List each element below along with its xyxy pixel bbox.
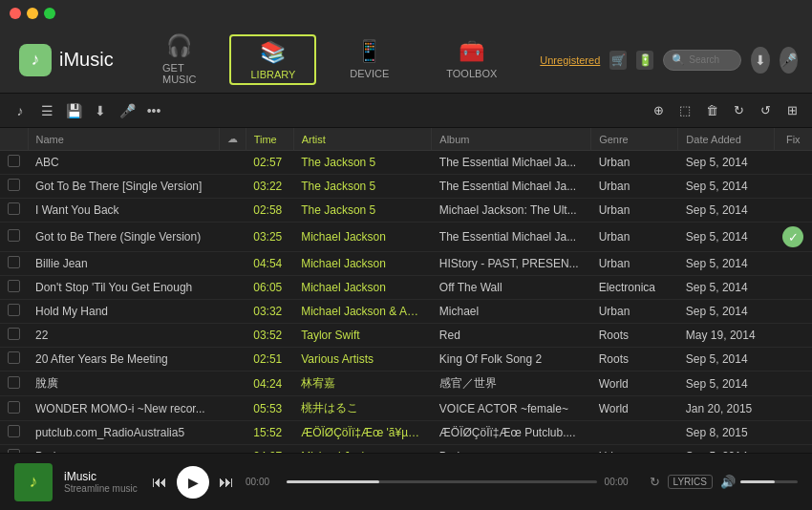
col-time-header[interactable]: Time xyxy=(246,128,293,151)
tab-toolbox[interactable]: 🧰 TOOLBOX xyxy=(417,27,525,93)
more-icon[interactable]: ••• xyxy=(143,100,164,121)
player-music-icon: ♪ xyxy=(30,472,38,492)
next-button[interactable]: ⏭ xyxy=(219,474,234,491)
row-fix-8[interactable] xyxy=(774,348,812,372)
import-icon[interactable]: ⬇ xyxy=(90,100,111,121)
row-date-10: Jan 20, 2015 xyxy=(678,396,774,421)
tab-device[interactable]: 📱 DEVICE xyxy=(321,27,417,93)
tab-library[interactable]: 📚 LIBRARY xyxy=(229,34,316,85)
row-date-5: Sep 5, 2014 xyxy=(678,276,774,300)
row-check-3[interactable] xyxy=(0,223,28,252)
toolbar-right: ⊕ ⬚ 🗑 ↻ ↺ ⊞ xyxy=(648,100,802,121)
row-fix-5[interactable] xyxy=(774,276,812,300)
row-check-0[interactable] xyxy=(0,151,28,175)
unregistered-link[interactable]: Unregistered xyxy=(540,54,600,66)
undo-icon[interactable]: ↺ xyxy=(755,100,776,121)
row-fix-0[interactable] xyxy=(774,151,812,175)
table-row[interactable]: 20 After Years Be Meeting 02:51 Various … xyxy=(0,348,812,372)
row-artist-0: The Jackson 5 xyxy=(293,151,432,175)
table-row[interactable]: Got to Be There (Single Version) 03:25 M… xyxy=(0,223,812,252)
row-fix-9[interactable] xyxy=(774,372,812,396)
prev-button[interactable]: ⏮ xyxy=(152,474,167,491)
maximize-button[interactable] xyxy=(44,8,55,19)
music-table: Name ☁ Time Artist Album Genre Date Adde… xyxy=(0,128,812,491)
table-row[interactable]: WONDER MOMO-i ~New recor... 05:53 桃井はるこ … xyxy=(0,396,812,421)
row-check-7[interactable] xyxy=(0,324,28,348)
repeat-icon[interactable]: ↻ xyxy=(650,475,660,489)
lyrics-button[interactable]: LYRICS xyxy=(668,475,713,489)
table-row[interactable]: Don't Stop 'Til You Get Enough 06:05 Mic… xyxy=(0,276,812,300)
row-genre-9: World xyxy=(591,372,678,396)
col-name-header[interactable]: Name xyxy=(28,128,219,151)
row-fix-11[interactable] xyxy=(774,421,812,445)
row-check-5[interactable] xyxy=(0,276,28,300)
grid-icon[interactable]: ⊞ xyxy=(781,100,802,121)
row-check-8[interactable] xyxy=(0,348,28,372)
row-fix-3[interactable]: ✓ xyxy=(774,223,812,252)
col-fix-header[interactable]: Fix xyxy=(774,128,812,151)
table-row[interactable]: putclub.com_RadioAustralia5 15:52 ÆÖÏØÇö… xyxy=(0,421,812,445)
row-check-11[interactable] xyxy=(0,421,28,445)
download-icon[interactable]: ⬇ xyxy=(751,47,769,74)
list-icon[interactable]: ☰ xyxy=(36,100,57,121)
col-artist-header[interactable]: Artist xyxy=(293,128,432,151)
search-box[interactable]: 🔍 Search xyxy=(663,50,741,71)
row-genre-8: Roots xyxy=(591,348,678,372)
row-artist-10: 桃井はるこ xyxy=(293,396,432,421)
table-row[interactable]: ABC 02:57 The Jackson 5 The Essential Mi… xyxy=(0,151,812,175)
row-cloud-2 xyxy=(219,199,246,223)
mic-icon[interactable]: 🎤 xyxy=(780,47,798,74)
row-check-4[interactable] xyxy=(0,252,28,276)
row-fix-6[interactable] xyxy=(774,300,812,324)
row-artist-8: Various Artists xyxy=(293,348,432,372)
table-row[interactable]: 22 03:52 Taylor Swift Red Roots May 19, … xyxy=(0,324,812,348)
row-check-10[interactable] xyxy=(0,396,28,421)
search-icon: 🔍 xyxy=(672,53,685,66)
col-genre-header[interactable]: Genre xyxy=(591,128,678,151)
table-row[interactable]: Got To Be There [Single Version] 03:22 T… xyxy=(0,175,812,199)
minimize-button[interactable] xyxy=(27,8,38,19)
tab-device-label: DEVICE xyxy=(350,68,389,79)
row-fix-10[interactable] xyxy=(774,396,812,421)
col-date-header[interactable]: Date Added xyxy=(678,128,774,151)
toolbar: ♪ ☰ 💾 ⬇ 🎤 ••• ⊕ ⬚ 🗑 ↻ ↺ ⊞ xyxy=(0,94,812,128)
add-icon[interactable]: ⊕ xyxy=(648,100,669,121)
music-note-icon[interactable]: ♪ xyxy=(10,100,31,121)
row-fix-7[interactable] xyxy=(774,324,812,348)
row-check-6[interactable] xyxy=(0,300,28,324)
row-time-6: 03:32 xyxy=(246,300,293,324)
progress-bar[interactable] xyxy=(287,480,597,483)
table-row[interactable]: Hold My Hand 03:32 Michael Jackson & Ako… xyxy=(0,300,812,324)
row-artist-9: 林宥嘉 xyxy=(293,372,432,396)
fix-badge: ✓ xyxy=(782,226,803,247)
table-row[interactable]: 脫廣 04:24 林宥嘉 感官／世界 World Sep 5, 2014 xyxy=(0,372,812,396)
row-artist-4: Michael Jackson xyxy=(293,252,432,276)
row-genre-4: Urban xyxy=(591,252,678,276)
row-check-1[interactable] xyxy=(0,175,28,199)
table-row[interactable]: Billie Jean 04:54 Michael Jackson HIStor… xyxy=(0,252,812,276)
row-date-2: Sep 5, 2014 xyxy=(678,199,774,223)
tab-get-music[interactable]: 🎧 GET MUSIC xyxy=(134,27,224,93)
close-button[interactable] xyxy=(10,8,21,19)
row-check-2[interactable] xyxy=(0,199,28,223)
delete-icon[interactable]: 🗑 xyxy=(701,100,722,121)
table-row[interactable]: I Want You Back 02:58 The Jackson 5 Mich… xyxy=(0,199,812,223)
volume-bar[interactable] xyxy=(740,480,798,483)
row-date-7: May 19, 2014 xyxy=(678,324,774,348)
volume-icon[interactable]: 🔊 xyxy=(720,475,736,489)
row-fix-4[interactable] xyxy=(774,252,812,276)
refresh-icon[interactable]: ↻ xyxy=(728,100,749,121)
row-fix-2[interactable] xyxy=(774,199,812,223)
row-date-6: Sep 5, 2014 xyxy=(678,300,774,324)
row-check-9[interactable] xyxy=(0,372,28,396)
play-button[interactable]: ▶ xyxy=(177,466,209,499)
volume-fill xyxy=(740,480,775,483)
row-fix-1[interactable] xyxy=(774,175,812,199)
save-icon[interactable]: 💾 xyxy=(63,100,84,121)
cart-icon[interactable]: 🛒 xyxy=(609,51,627,70)
copy-icon[interactable]: ⬚ xyxy=(674,100,695,121)
col-album-header[interactable]: Album xyxy=(432,128,591,151)
row-album-4: HIStory - PAST, PRESEN... xyxy=(432,252,591,276)
search-placeholder: Search xyxy=(689,54,719,65)
mic-toolbar-icon[interactable]: 🎤 xyxy=(117,100,138,121)
